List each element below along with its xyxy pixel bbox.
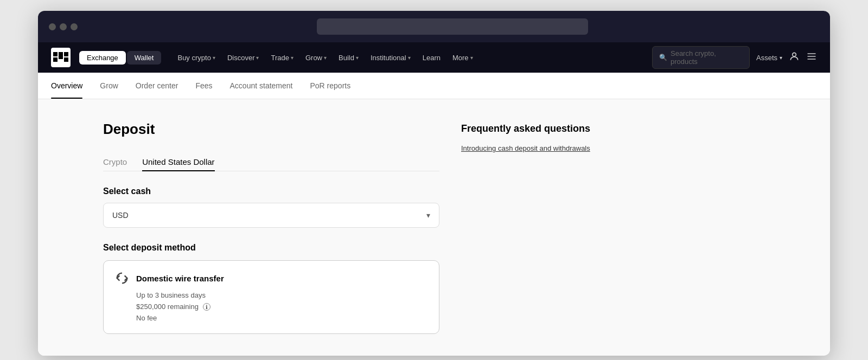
subnav-account-statement[interactable]: Account statement (230, 73, 293, 99)
svg-rect-5 (59, 55, 63, 59)
main-navbar: Exchange Wallet Buy crypto ▾ Discover ▾ … (38, 42, 830, 73)
subnav-overview[interactable]: Overview (51, 73, 82, 99)
menu-icon[interactable] (806, 51, 817, 65)
assets-button[interactable]: Assets ▾ (756, 54, 782, 62)
wire-transfer-icon (114, 271, 130, 286)
exchange-tab[interactable]: Exchange (79, 51, 126, 65)
tab-usd[interactable]: United States Dollar (142, 153, 214, 171)
method-name: Domestic wire transfer (136, 274, 224, 283)
nav-trade[interactable]: Trade ▾ (265, 50, 298, 65)
svg-rect-3 (53, 57, 58, 62)
currency-tabs: Crypto United States Dollar (103, 153, 439, 171)
browser-titlebar (38, 11, 830, 42)
method-remaining: $250,000 remaining ℹ (136, 301, 428, 313)
chevron-icon: ▾ (291, 55, 293, 61)
nav-actions: Assets ▾ (756, 51, 817, 65)
deposit-title: Deposit (103, 121, 439, 138)
method-card-header: Domestic wire transfer (114, 271, 428, 286)
faq-link[interactable]: Introducing cash deposit and withdrawals (461, 144, 590, 152)
subnav-por-reports[interactable]: PoR reports (310, 73, 350, 99)
chevron-icon: ▾ (470, 55, 473, 61)
tab-crypto[interactable]: Crypto (103, 153, 127, 171)
dot-red (49, 23, 56, 30)
chevron-icon: ▾ (408, 55, 411, 61)
browser-window: Exchange Wallet Buy crypto ▾ Discover ▾ … (38, 11, 830, 356)
chevron-icon: ▾ (213, 55, 215, 61)
subnav-order-center[interactable]: Order center (136, 73, 178, 99)
nav-build[interactable]: Build ▾ (333, 50, 364, 65)
method-details: Up to 3 business days $250,000 remaining… (136, 290, 428, 324)
dot-yellow (60, 23, 67, 30)
logo[interactable] (51, 48, 71, 67)
dot-green (71, 23, 78, 30)
svg-rect-4 (64, 57, 68, 62)
nav-buy-crypto[interactable]: Buy crypto ▾ (172, 50, 220, 65)
deposit-section: Deposit Crypto United States Dollar Sele… (103, 121, 439, 334)
nav-more[interactable]: More ▾ (447, 50, 478, 65)
subnav-fees[interactable]: Fees (195, 73, 212, 99)
user-icon[interactable] (789, 51, 800, 65)
faq-title: Frequently asked questions (461, 123, 635, 134)
nav-search[interactable]: 🔍 Search crypto, products (652, 46, 750, 69)
chevron-icon: ▾ (356, 55, 359, 61)
nav-institutional[interactable]: Institutional ▾ (365, 50, 416, 65)
chevron-down-icon: ▾ (780, 55, 782, 61)
chevron-icon: ▾ (256, 55, 259, 61)
method-fee: No fee (136, 313, 428, 324)
main-content: Deposit Crypto United States Dollar Sele… (38, 99, 830, 356)
domestic-wire-card[interactable]: Domestic wire transfer Up to 3 business … (103, 260, 439, 334)
exchange-wallet-tabs: Exchange Wallet (79, 51, 161, 65)
nav-learn[interactable]: Learn (417, 50, 446, 65)
chevron-down-icon: ▾ (426, 211, 430, 220)
select-cash-label: Select cash (103, 187, 439, 196)
sub-nav: Overview Grow Order center Fees Account … (38, 73, 830, 99)
search-icon: 🔍 (659, 54, 667, 61)
cash-select-dropdown[interactable]: USD ▾ (103, 203, 439, 228)
wallet-tab[interactable]: Wallet (127, 51, 162, 65)
svg-rect-0 (53, 52, 58, 56)
logo-icon (51, 48, 71, 67)
browser-url-bar[interactable] (317, 18, 588, 35)
cash-select-value: USD (112, 211, 129, 220)
svg-point-6 (793, 53, 796, 56)
subnav-grow[interactable]: Grow (100, 73, 118, 99)
faq-section: Frequently asked questions Introducing c… (461, 121, 635, 334)
nav-grow[interactable]: Grow ▾ (300, 50, 332, 65)
deposit-method-label: Select deposit method (103, 243, 439, 253)
svg-rect-2 (64, 52, 68, 56)
chevron-icon: ▾ (324, 55, 327, 61)
method-days: Up to 3 business days (136, 290, 428, 301)
nav-discover[interactable]: Discover ▾ (222, 50, 265, 65)
browser-dots (49, 23, 78, 30)
info-icon[interactable]: ℹ (203, 303, 210, 311)
nav-links: Buy crypto ▾ Discover ▾ Trade ▾ Grow ▾ B… (172, 50, 652, 65)
